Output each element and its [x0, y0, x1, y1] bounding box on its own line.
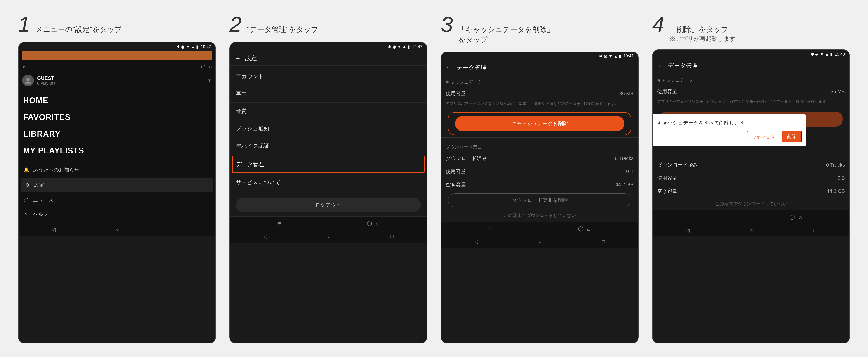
download-usage-value-4: 0 B	[837, 175, 845, 181]
settings-title: 設定	[245, 54, 257, 62]
settings-item[interactable]: ⚙ 設定	[21, 178, 213, 192]
cast-icon-4[interactable]: ⬡	[789, 214, 795, 221]
step-3-desc-line2: をタップ	[458, 35, 554, 45]
chevron-down-icon[interactable]: ∨	[22, 64, 26, 69]
cache-delete-button[interactable]: キャッシュデータを削除	[455, 116, 624, 131]
recents-btn-2[interactable]: □	[391, 234, 393, 239]
menu-icon-3[interactable]: ≡	[489, 225, 492, 232]
data-title-3: データ管理	[457, 64, 487, 72]
nav-my-playlists[interactable]: MY PLAYLISTS	[19, 142, 215, 159]
search-icon-2[interactable]: ⌕	[376, 220, 379, 227]
bottom-nav-2: ≡ ⬡ ⌕	[230, 217, 427, 230]
search-icon-3[interactable]: ⌕	[587, 225, 591, 232]
help-item[interactable]: ? ヘルプ	[19, 207, 215, 221]
settings-quality[interactable]: 音質	[230, 103, 427, 120]
download-usage-row: 使用容量 0 B	[441, 165, 638, 178]
step-3-column: 3 「キャッシュデータを削除」 をタップ ✱ ◉ ▼ ▲ ▮ 19:47 ← デ…	[441, 13, 639, 344]
settings-screen: ← 設定 アカウント 再生 音質 プッシュ通知 デバイス認証 データ管理 サービ…	[230, 51, 427, 243]
back-btn-1[interactable]: ◁	[52, 227, 56, 232]
notifications-item[interactable]: 🔔 あなたへのお知らせ	[19, 163, 215, 177]
back-btn-3[interactable]: ◁	[474, 239, 478, 245]
time-1: 19:47	[201, 44, 211, 49]
downloaded-value: 0 Tracks	[615, 156, 633, 161]
step-3-header: 3 「キャッシュデータを削除」 をタップ	[441, 13, 554, 45]
android-nav-2: ◁ ○ □	[230, 230, 427, 243]
settings-push[interactable]: プッシュ通知	[230, 120, 427, 137]
cache-usage-label-4: 使用容量	[657, 88, 677, 95]
downloaded-label: ダウンロード済み	[446, 155, 487, 162]
cache-description-4: アプリのパフォーマンスを上げるために、端末上に楽曲や画像などのデータを一時的に保…	[653, 98, 849, 108]
data-screen-4: ← データ管理 キャッシュデータ 使用容量 36 MB アプリのパフォーマンスを…	[653, 59, 849, 236]
step-4-header: 4 「削除」をタップ ※アプリが再起動します	[652, 13, 736, 43]
android-nav-1: ◁ ○ □	[19, 224, 215, 236]
nav-favorites[interactable]: FAVORITES	[19, 109, 215, 126]
free-space-value-4: 44.2 GB	[827, 188, 845, 194]
status-icons-2: ✱ ◉ ▼ ▲ ▮	[388, 44, 410, 49]
status-bar-3: ✱ ◉ ▼ ▲ ▮ 19:47	[441, 52, 638, 61]
nav-home[interactable]: HOME	[19, 92, 215, 109]
menu-screen: ∨ ⬡ ⌕ GUEST 0	[19, 51, 215, 236]
user-playlists: 0 Playlists	[37, 81, 204, 86]
user-chevron-icon[interactable]: ▼	[207, 78, 212, 83]
home-btn-1[interactable]: ○	[116, 227, 119, 232]
dialog-buttons: キャンセル 削除	[657, 131, 802, 142]
divider-3	[441, 137, 638, 138]
news-item[interactable]: ⓘ ニュース	[19, 193, 215, 207]
settings-playback[interactable]: 再生	[230, 85, 427, 103]
step-2-number: 2	[229, 13, 241, 35]
page-container: 1 メニューの"設定"をタップ ✱ ◉ ▼ ▲ ▮ 19:47 ∨ ⬡ ⌕	[0, 0, 868, 357]
search-icon[interactable]: ⌕	[209, 64, 212, 70]
logo-bar	[22, 51, 212, 60]
avatar	[22, 74, 34, 86]
home-btn-4[interactable]: ○	[750, 227, 753, 233]
nav-library[interactable]: LIBRARY	[19, 126, 215, 142]
step-1-header: 1 メニューの"設定"をタップ	[18, 13, 122, 35]
back-btn-2[interactable]: ◁	[263, 234, 267, 239]
dialog-cancel-button[interactable]: キャンセル	[747, 131, 779, 142]
recents-btn-3[interactable]: □	[602, 239, 604, 245]
home-btn-2[interactable]: ○	[327, 234, 330, 239]
step-1-desc: メニューの"設定"をタップ	[35, 24, 122, 35]
step-4-column: 4 「削除」をタップ ※アプリが再起動します ✱ ◉ ▼ ▲ ▮ 19:48 ←…	[652, 13, 850, 344]
step-4-desc-line1: 「削除」をタップ	[670, 24, 736, 35]
bottom-nav-3: ≡ ⬡ ⌕	[441, 222, 638, 236]
time-4: 19:48	[835, 52, 845, 57]
settings-data[interactable]: データ管理	[232, 156, 425, 173]
status-bar-4: ✱ ◉ ▼ ▲ ▮ 19:48	[653, 50, 849, 59]
settings-device[interactable]: デバイス認証	[230, 137, 427, 155]
dialog-message: キャッシュデータをすべて削除します	[657, 120, 802, 126]
data-title-4: データ管理	[668, 62, 698, 70]
settings-service[interactable]: サービスについて	[230, 174, 427, 191]
back-button-2[interactable]: ←	[235, 55, 241, 62]
phone-1: ✱ ◉ ▼ ▲ ▮ 19:47 ∨ ⬡ ⌕	[18, 42, 216, 344]
download-delete-button[interactable]: ダウンロード楽曲を削除	[448, 193, 631, 207]
cache-section-title: キャッシュデータ	[441, 75, 638, 87]
logout-button[interactable]: ログアウト	[236, 198, 421, 212]
status-icons-3: ✱ ◉ ▼ ▲ ▮	[599, 54, 621, 59]
cast-icon[interactable]: ⬡	[201, 64, 205, 70]
svg-point-0	[26, 78, 30, 82]
back-button-3[interactable]: ←	[446, 64, 452, 71]
dialog-confirm-button[interactable]: 削除	[782, 131, 802, 142]
free-space-label-4: 空き容量	[657, 188, 677, 195]
recents-btn-1[interactable]: □	[179, 227, 182, 232]
search-icon-4[interactable]: ⌕	[798, 214, 802, 221]
cast-icon-2[interactable]: ⬡	[367, 220, 372, 227]
info-icon: ⓘ	[23, 197, 29, 203]
step-2-desc: "データ管理"をタップ	[247, 24, 318, 35]
recents-btn-4[interactable]: □	[813, 227, 816, 233]
cast-icon-3[interactable]: ⬡	[578, 225, 583, 232]
not-downloaded-text-4: この端末でダウンロードしていない	[653, 198, 849, 210]
bell-icon: 🔔	[23, 167, 29, 173]
step-3-desc-line1: 「キャッシュデータを削除」	[458, 24, 554, 35]
menu-icon-2[interactable]: ≡	[277, 220, 281, 227]
time-3: 19:47	[623, 54, 633, 59]
back-button-4[interactable]: ←	[657, 62, 663, 69]
settings-account[interactable]: アカウント	[230, 68, 427, 85]
back-btn-4[interactable]: ◁	[686, 227, 690, 233]
cache-usage-row: 使用容量 36 MB	[441, 87, 638, 100]
time-2: 19:47	[412, 44, 422, 49]
home-btn-3[interactable]: ○	[539, 239, 541, 245]
menu-icon-4[interactable]: ≡	[700, 214, 704, 221]
downloaded-row: ダウンロード済み 0 Tracks	[441, 152, 638, 165]
